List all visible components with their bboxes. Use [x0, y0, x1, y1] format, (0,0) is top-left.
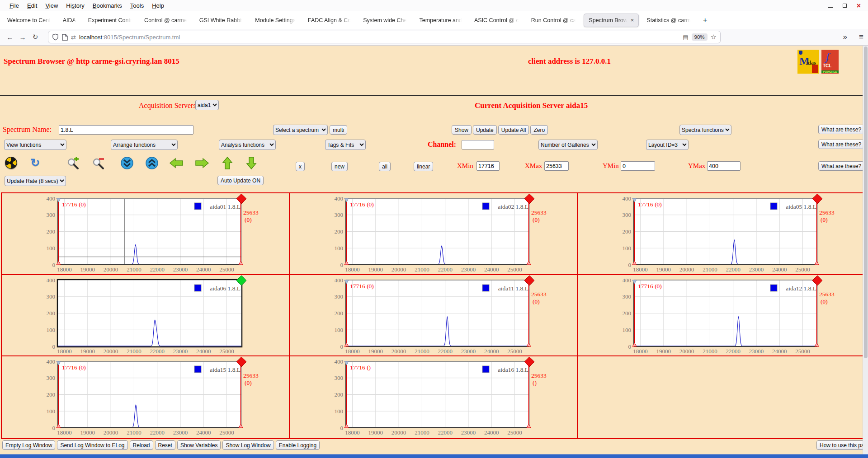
what-are-these-button-2[interactable]: What are these? — [818, 140, 864, 149]
show-variables-button[interactable]: Show Variables — [177, 440, 221, 450]
radiation-icon[interactable] — [4, 156, 18, 170]
gallery-cell-aida06[interactable]: 0100200300400180001900020000210002200023… — [2, 275, 290, 357]
close-icon[interactable]: × — [857, 4, 861, 8]
bookmark-star-icon[interactable]: ☆ — [711, 33, 717, 41]
tab-statistics-carm[interactable]: Statistics @ carm — [642, 14, 695, 27]
show-log-window-button[interactable]: Show Log Window — [222, 440, 274, 450]
maximize-icon[interactable] — [843, 4, 847, 8]
zero-button[interactable]: Zero — [530, 125, 548, 135]
refresh-icon[interactable]: ↻ — [28, 156, 42, 170]
overflow-menu-icon[interactable]: » — [843, 33, 847, 42]
back-button[interactable]: ← — [4, 33, 16, 41]
ymin-input[interactable] — [621, 161, 655, 171]
what-are-these-button-1[interactable]: What are these? — [818, 125, 864, 134]
tab-module-settings[interactable]: Module Settings — [250, 14, 300, 27]
reload-button[interactable]: ↻ — [29, 33, 42, 41]
menu-bookmarks[interactable]: Bookmarks — [89, 1, 126, 10]
scrollbar-thumb[interactable] — [864, 47, 868, 358]
svg-text:24000: 24000 — [772, 266, 787, 273]
menu-view[interactable]: View — [41, 1, 62, 10]
gallery-cell-aida02[interactable]: 17716 (0)25633(0)01002003004001800019000… — [290, 193, 578, 275]
update-button[interactable]: Update — [473, 125, 497, 135]
tab-asic-control-c[interactable]: ASIC Control @ c — [470, 14, 524, 27]
enable-logging-button[interactable]: Enable Logging — [276, 440, 320, 450]
select-spectrum-dropdown[interactable]: Select a spectrum — [273, 125, 328, 135]
tab-gsi-white-rabbit[interactable]: GSI White Rabbit — [195, 14, 248, 27]
menu-help[interactable]: Help — [148, 1, 168, 10]
gallery-cell-aida15[interactable]: 17716 (0)25633(0)01002003004001800019000… — [2, 356, 290, 438]
shield-icon[interactable] — [52, 33, 59, 41]
all-button[interactable]: all — [379, 162, 391, 171]
tab-close-icon[interactable]: × — [631, 17, 634, 23]
update-rate-dropdown[interactable]: Update Rate (8 secs) — [5, 176, 66, 186]
svg-text:20000: 20000 — [392, 266, 406, 273]
analysis-functions-dropdown[interactable]: Analysis functions — [219, 140, 276, 150]
linear-button[interactable]: linear — [414, 162, 433, 171]
shift-down-icon[interactable] — [244, 156, 259, 170]
menu-file[interactable]: File — [5, 1, 23, 10]
tab-aida[interactable]: AIDA — [58, 14, 80, 27]
tags-fits-dropdown[interactable]: Tags & Fits — [325, 140, 366, 150]
ymax-input[interactable] — [707, 161, 741, 171]
empty-log-window-button[interactable]: Empty Log Window — [2, 440, 55, 450]
tab-temperature-and[interactable]: Temperature and — [415, 14, 467, 27]
page-info-icon[interactable] — [62, 34, 68, 41]
tab-experiment-contr[interactable]: Experiment Contr — [84, 14, 137, 27]
multi-button[interactable]: multi — [330, 125, 347, 135]
layout-id-dropdown[interactable]: Layout ID=3 — [646, 140, 689, 150]
spectrum-name-input[interactable] — [59, 125, 193, 135]
tab-welcome-to-cent[interactable]: Welcome to Cent — [3, 14, 55, 27]
menu-tools[interactable]: Tools — [126, 1, 148, 10]
menu-edit[interactable]: Edit — [23, 1, 41, 10]
what-are-these-button-3[interactable]: What are these? — [818, 161, 864, 171]
gallery-cell-aida11[interactable]: 17716 (0)25633(0)01002003004001800019000… — [290, 275, 578, 357]
svg-text:22000: 22000 — [438, 266, 453, 273]
tab-system-wide-che[interactable]: System wide Che — [359, 14, 411, 27]
menu-history[interactable]: History — [62, 1, 88, 10]
reload-button[interactable]: Reload — [130, 440, 153, 450]
shift-left-icon[interactable] — [169, 156, 184, 170]
xmin-label: XMin — [457, 162, 473, 170]
x-scale-button[interactable]: x — [296, 162, 305, 171]
show-button[interactable]: Show — [452, 125, 472, 135]
new-button[interactable]: new — [331, 162, 348, 171]
reset-button[interactable]: Reset — [155, 440, 175, 450]
xmax-input[interactable] — [544, 161, 569, 171]
zoom-out-icon[interactable] — [91, 156, 106, 170]
url-bar[interactable]: ⇄ localhost:8015/Spectrum/Spectrum.tml ▤… — [48, 31, 721, 43]
number-of-galleries-dropdown[interactable]: Number of Galleries — [538, 140, 598, 150]
acquisition-server-select[interactable]: aida15 — [195, 100, 219, 110]
marker-max-label: 25633 — [531, 209, 547, 216]
gallery-cell-aida01[interactable]: 17716 (0)25633(0)01002003004001800019000… — [2, 193, 290, 275]
tab-run-control-ca[interactable]: Run Control @ ca — [527, 14, 581, 27]
expand-y-icon[interactable] — [145, 156, 159, 170]
zoom-level-badge[interactable]: 90% — [692, 33, 708, 41]
view-functions-dropdown[interactable]: View functions — [4, 140, 66, 150]
new-tab-button[interactable]: + — [698, 16, 712, 25]
zoom-in-icon[interactable] — [66, 156, 80, 170]
tab-fadc-align-co[interactable]: FADC Align & Co — [303, 14, 355, 27]
arrange-functions-dropdown[interactable]: Arrange functions — [111, 140, 178, 150]
gallery-cell-aida16[interactable]: 17716 ()25633()0100200300400180001900020… — [290, 356, 578, 438]
gallery-cell-aida12[interactable]: 17716 (0)25633(0)01002003004001800019000… — [578, 275, 866, 357]
channel-input[interactable] — [462, 140, 494, 150]
svg-text:200: 200 — [47, 310, 56, 317]
minimize-icon[interactable] — [828, 4, 833, 8]
forward-button[interactable]: → — [16, 33, 29, 41]
shift-right-icon[interactable] — [195, 156, 209, 170]
shift-up-icon[interactable] — [220, 156, 235, 170]
how-to-use-button[interactable]: How to use this page — [816, 440, 868, 450]
send-log-window-to-elog-button[interactable]: Send Log Window to ELog — [57, 440, 127, 450]
page-scrollbar[interactable] — [863, 46, 868, 458]
compress-y-icon[interactable] — [120, 156, 134, 170]
connection-icon[interactable]: ⇄ — [71, 34, 76, 41]
xmin-input[interactable] — [476, 161, 500, 171]
update-all-button[interactable]: Update All — [498, 125, 529, 135]
tab-control-carme[interactable]: Control @ carme — [140, 14, 192, 27]
hamburger-menu-icon[interactable]: ≡ — [859, 33, 863, 42]
tab-spectrum-brow[interactable]: Spectrum Brow× — [584, 14, 639, 27]
gallery-cell-aida05[interactable]: 17716 (0)25633(0)01002003004001800019000… — [578, 193, 866, 275]
auto-update-button[interactable]: Auto Update ON — [217, 176, 264, 185]
reader-mode-icon[interactable]: ▤ — [683, 34, 688, 41]
spectra-functions-dropdown[interactable]: Spectra functions — [679, 125, 731, 135]
